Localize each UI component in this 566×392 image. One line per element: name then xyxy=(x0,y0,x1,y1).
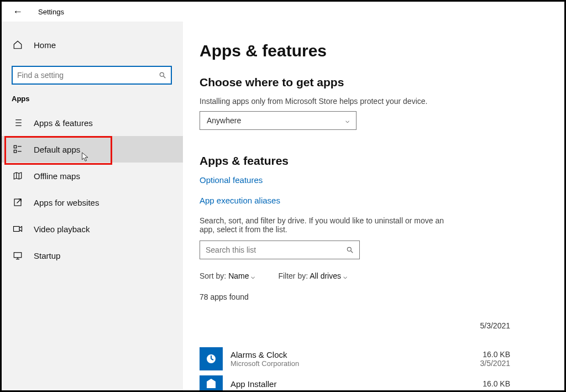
settings-search[interactable] xyxy=(12,66,172,85)
app-list-search-input[interactable] xyxy=(206,245,346,254)
sidebar-item-label: Startup xyxy=(34,251,60,260)
sidebar-item-apps-for-websites[interactable]: Apps for websites xyxy=(2,189,183,216)
app-name: App Installer xyxy=(230,379,276,389)
filter-label: Filter by: xyxy=(278,271,308,280)
sidebar-group-apps: Apps xyxy=(2,95,183,109)
app-row[interactable]: Alarms & Clock Microsoft Corporation 16.… xyxy=(200,342,538,375)
sidebar-home[interactable]: Home xyxy=(2,32,183,58)
defaults-icon xyxy=(12,143,24,155)
app-row[interactable]: App Installer 16.0 KB xyxy=(200,375,538,390)
list-icon xyxy=(12,117,24,129)
svg-point-19 xyxy=(347,247,351,251)
startup-icon xyxy=(12,249,24,262)
sidebar-item-apps-features[interactable]: Apps & features xyxy=(2,109,183,136)
app-date: 3/5/2021 xyxy=(480,359,511,368)
search-icon xyxy=(159,71,166,79)
app-size: 16.0 KB xyxy=(483,379,510,388)
video-icon xyxy=(12,223,24,235)
svg-line-20 xyxy=(351,251,353,253)
sidebar-item-video-playback[interactable]: Video playback xyxy=(2,216,183,242)
app-tile-icon xyxy=(200,375,223,390)
app-publisher: Microsoft Corporation xyxy=(230,359,299,368)
svg-rect-16 xyxy=(14,253,22,258)
sidebar-item-label: Offline maps xyxy=(34,171,80,181)
app-name: Alarms & Clock xyxy=(230,350,299,359)
top-date: 5/3/2021 xyxy=(200,321,538,330)
window-title: Settings xyxy=(38,8,64,16)
svg-rect-10 xyxy=(14,150,17,153)
section-app-source: Choose where to get apps xyxy=(200,76,538,89)
page-title: Apps & features xyxy=(200,41,538,60)
app-source-value: Anywhere xyxy=(207,116,241,125)
link-app-execution-aliases[interactable]: App execution aliases xyxy=(200,196,280,205)
filter-by-control[interactable]: Filter by: All drives ⌵ xyxy=(278,271,347,280)
apps-count: 78 apps found xyxy=(200,292,538,301)
sidebar-item-label: Apps & features xyxy=(34,118,93,128)
link-optional-features[interactable]: Optional features xyxy=(200,175,263,185)
chevron-down-icon: ⌵ xyxy=(251,273,255,280)
sidebar-item-offline-maps[interactable]: Offline maps xyxy=(2,163,183,189)
sidebar-item-label: Apps for websites xyxy=(34,198,99,207)
chevron-down-icon: ⌵ xyxy=(343,273,347,280)
back-button[interactable]: ← xyxy=(13,6,23,18)
home-icon xyxy=(12,39,24,51)
svg-line-1 xyxy=(164,76,166,79)
open-external-icon xyxy=(12,196,24,208)
sort-value: Name xyxy=(228,271,249,280)
sidebar-item-startup[interactable]: Startup xyxy=(2,242,183,269)
app-tile-icon xyxy=(200,347,223,370)
sort-by-control[interactable]: Sort by: Name ⌵ xyxy=(200,271,255,280)
app-size: 16.0 KB xyxy=(480,350,511,359)
source-helper-text: Installing apps only from Microsoft Stor… xyxy=(200,97,538,106)
sort-label: Sort by: xyxy=(200,271,226,280)
list-helper-text: Search, sort, and filter by drive. If yo… xyxy=(200,216,454,234)
sidebar: Home Apps Apps & features xyxy=(2,22,183,390)
map-icon xyxy=(12,170,24,182)
cursor-icon xyxy=(81,151,90,163)
search-icon xyxy=(346,246,354,254)
svg-rect-8 xyxy=(14,145,17,148)
sidebar-item-default-apps[interactable]: Default apps xyxy=(2,136,183,163)
sidebar-item-label: Video playback xyxy=(34,224,90,234)
chevron-down-icon: ⌵ xyxy=(345,117,349,124)
sidebar-item-label: Default apps xyxy=(34,145,80,154)
filter-value: All drives xyxy=(310,271,341,280)
svg-rect-15 xyxy=(14,227,20,232)
app-source-dropdown[interactable]: Anywhere ⌵ xyxy=(200,111,357,130)
settings-search-input[interactable] xyxy=(17,71,159,80)
sidebar-home-label: Home xyxy=(34,40,56,50)
section-apps-features: Apps & features xyxy=(200,154,538,168)
svg-point-0 xyxy=(160,72,164,76)
app-list-search[interactable] xyxy=(200,241,360,259)
